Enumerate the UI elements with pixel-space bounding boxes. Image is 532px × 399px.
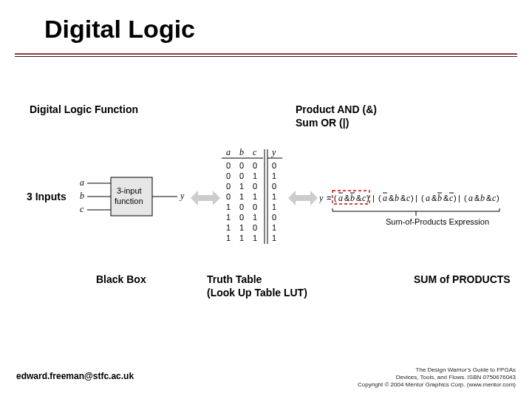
svg-text:1: 1 [226,213,231,222]
svg-text:&: & [344,194,350,202]
svg-text:1: 1 [272,233,276,242]
svg-text:0: 0 [239,213,244,222]
blackbox-diagram: 3-input function a b c y [74,170,192,229]
slide-title: Digital Logic [44,15,195,44]
svg-text:(: ( [334,194,337,202]
svg-text:0: 0 [253,182,257,191]
svg-text:a: a [383,193,387,203]
block-caption1: 3-input [117,186,142,195]
sig-b: b [80,191,84,201]
svg-text:&: & [400,194,406,202]
svg-marker-5 [191,191,220,205]
svg-text:0: 0 [239,171,244,180]
svg-text:0: 0 [226,192,231,201]
svg-text:&: & [432,194,437,202]
svg-text:b: b [350,193,355,203]
svg-text:1: 1 [272,223,276,232]
svg-text:1: 1 [239,192,244,201]
svg-text:1: 1 [272,192,276,201]
svg-text:): ) [411,194,414,202]
svg-text:1: 1 [239,233,244,242]
svg-text:0: 0 [253,202,257,211]
svg-text:&: & [486,194,492,202]
truth-table: a b c y 0000 0011 0100 0111 1001 1010 11… [222,145,285,248]
svg-marker-46 [288,191,318,205]
svg-text:(: ( [464,194,467,202]
svg-text:b: b [480,193,485,203]
svg-text:|: | [415,194,417,202]
label-prod: Product AND (&) [296,103,377,115]
sig-a: a [80,177,84,188]
svg-text:1: 1 [272,202,276,211]
svg-text:c: c [253,147,257,157]
svg-text:0: 0 [272,213,276,222]
svg-text:1: 1 [253,213,257,222]
label-inputs: 3 Inputs [27,191,66,202]
label-func: Digital Logic Function [30,103,138,115]
svg-text:1: 1 [226,233,231,242]
svg-text:0: 0 [272,161,276,170]
svg-text:|: | [458,194,460,202]
svg-text:=: = [327,194,331,202]
svg-text:y: y [319,193,324,203]
block-caption2: function [115,197,143,205]
svg-text:b: b [437,193,442,203]
svg-text:1: 1 [239,223,244,232]
svg-text:0: 0 [253,223,257,232]
svg-text:a: a [338,193,343,203]
svg-text:0: 0 [253,161,257,170]
footer-email: edward.freeman@stfc.ac.uk [16,371,134,381]
svg-text:1: 1 [253,233,257,242]
svg-text:|: | [372,194,375,202]
sig-y: y [180,191,185,201]
label-sum: Sum OR (|) [296,117,349,129]
svg-text:1: 1 [253,171,257,180]
sop-expression: y = ( a & b & c ) | ( a & b & c ) | ( a … [319,186,529,231]
svg-text:): ) [454,194,457,202]
svg-text:y: y [271,147,276,157]
svg-text:&: & [474,194,480,202]
svg-text:b: b [239,147,244,157]
svg-text:(: ( [378,194,381,202]
svg-text:&: & [443,194,449,202]
hr-maroon [15,53,517,55]
sig-c: c [80,204,84,214]
svg-text:0: 0 [226,161,231,170]
svg-text:a: a [426,193,430,203]
footer-credits: The Design Warrior’s Guide to FPGAs Devi… [358,366,516,389]
label-truth1: Truth Table [207,273,262,285]
svg-text:): ) [366,194,369,202]
svg-text:&: & [356,194,362,202]
label-sop: SUM of PRODUCTS [414,273,511,285]
label-truth2: (Look Up Table LUT) [207,287,307,299]
arrow-2 [288,189,318,207]
svg-text:1: 1 [253,192,257,201]
svg-text:1: 1 [272,171,276,180]
svg-text:): ) [497,194,499,202]
svg-text:0: 0 [226,171,231,180]
svg-text:&: & [389,194,395,202]
hr-thin [15,56,517,57]
svg-text:(: ( [421,194,424,202]
svg-text:1: 1 [226,223,231,232]
svg-text:b: b [395,193,399,203]
sop-caption: Sum-of-Products Expression [386,217,489,226]
svg-text:0: 0 [272,182,276,191]
svg-text:a: a [468,193,473,203]
svg-text:0: 0 [239,202,244,211]
svg-text:0: 0 [226,182,231,191]
svg-text:a: a [226,147,231,157]
arrow-1 [191,189,220,207]
svg-text:0: 0 [239,161,244,170]
svg-text:1: 1 [226,202,231,211]
svg-text:1: 1 [239,182,244,191]
label-blackbox: Black Box [96,273,146,285]
